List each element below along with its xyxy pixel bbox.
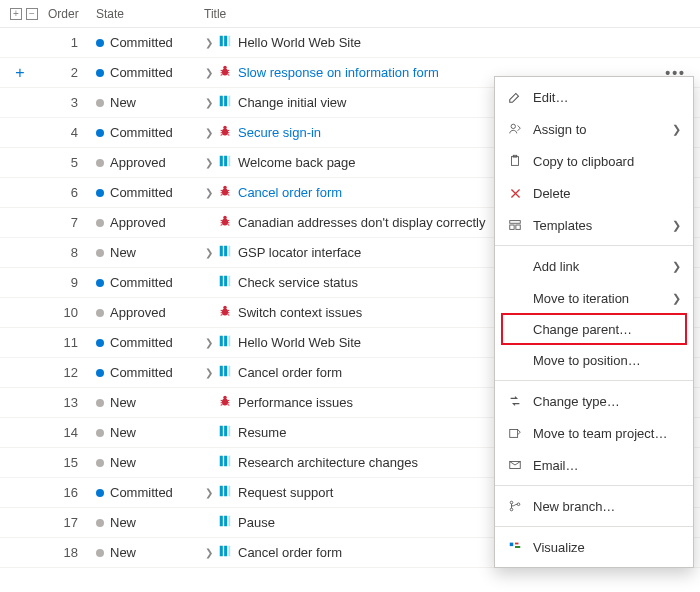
svg-rect-41 — [229, 486, 231, 497]
work-item-type-icon — [218, 154, 238, 171]
svg-point-16 — [223, 216, 227, 220]
work-item-title-link[interactable]: Canadian addresses don't display correct… — [238, 215, 485, 230]
ctx-change-parent[interactable]: Change parent… — [501, 313, 687, 345]
work-item-title-link[interactable]: GSP locator interface — [238, 245, 361, 260]
work-item-title-link[interactable]: Cancel order form — [238, 365, 342, 380]
change-type-icon — [507, 393, 523, 409]
work-item-type-icon — [218, 214, 238, 231]
ctx-label: Assign to — [533, 122, 586, 137]
svg-point-4 — [223, 66, 227, 70]
work-item-title-link[interactable]: Check service status — [238, 275, 358, 290]
row-gutter — [0, 208, 44, 238]
state-dot-icon — [96, 429, 104, 437]
expand-chevron-icon[interactable]: ❯ — [204, 187, 214, 198]
expand-chevron-icon[interactable]: ❯ — [204, 337, 214, 348]
order-cell: 9 — [44, 268, 92, 298]
svg-rect-42 — [220, 516, 223, 527]
ctx-edit[interactable]: Edit… — [495, 81, 693, 113]
ctx-assign-to[interactable]: Assign to ❯ — [495, 113, 693, 145]
work-item-title-link[interactable]: Secure sign-in — [238, 125, 321, 140]
ctx-templates[interactable]: Templates ❯ — [495, 209, 693, 241]
expand-chevron-icon[interactable]: ❯ — [204, 487, 214, 498]
state-cell: New — [92, 508, 200, 538]
state-label: Committed — [110, 65, 173, 80]
ctx-move-iteration[interactable]: Move to iteration ❯ — [495, 282, 693, 314]
ctx-visualize[interactable]: Visualize — [495, 531, 693, 563]
state-dot-icon — [96, 459, 104, 467]
work-item-title-link[interactable]: Slow response on information form — [238, 65, 439, 80]
work-item-title-link[interactable]: Hello World Web Site — [238, 35, 361, 50]
work-item-title-link[interactable]: Resume — [238, 425, 286, 440]
expand-chevron-icon[interactable]: ❯ — [204, 157, 214, 168]
state-dot-icon — [96, 339, 104, 347]
ctx-copy[interactable]: Copy to clipboard — [495, 145, 693, 177]
work-item-title-link[interactable]: Cancel order form — [238, 545, 342, 560]
ctx-change-type[interactable]: Change type… — [495, 385, 693, 417]
ctx-email[interactable]: Email… — [495, 449, 693, 481]
row-gutter — [0, 358, 44, 388]
svg-point-8 — [222, 128, 228, 135]
order-cell: 12 — [44, 358, 92, 388]
ctx-label: Delete — [533, 186, 571, 201]
header-state[interactable]: State — [92, 0, 200, 28]
svg-rect-27 — [229, 336, 231, 347]
header-title[interactable]: Title — [200, 0, 700, 28]
ctx-label: Edit… — [533, 90, 568, 105]
state-cell: Committed — [92, 28, 200, 58]
state-dot-icon — [96, 39, 104, 47]
svg-rect-39 — [220, 486, 223, 497]
order-cell: 14 — [44, 418, 92, 448]
expand-chevron-icon[interactable]: ❯ — [204, 367, 214, 378]
order-cell: 18 — [44, 538, 92, 568]
order-cell: 13 — [44, 388, 92, 418]
ctx-move-position[interactable]: Move to position… — [495, 344, 693, 376]
person-icon — [507, 121, 523, 137]
header-order[interactable]: Order — [44, 0, 92, 28]
state-label: Approved — [110, 215, 166, 230]
order-cell: 7 — [44, 208, 92, 238]
expand-all-icon[interactable]: + — [10, 8, 22, 20]
state-label: Committed — [110, 275, 173, 290]
svg-rect-10 — [220, 156, 223, 167]
expand-chevron-icon[interactable]: ❯ — [204, 247, 214, 258]
expand-chevron-icon[interactable]: ❯ — [204, 547, 214, 558]
work-item-title-link[interactable]: Cancel order form — [238, 185, 342, 200]
mail-icon — [507, 457, 523, 473]
svg-rect-7 — [229, 96, 231, 107]
expand-chevron-icon[interactable]: ❯ — [204, 127, 214, 138]
work-item-type-icon — [218, 64, 238, 81]
ctx-separator — [495, 526, 693, 527]
work-item-title-link[interactable]: Research architecture changes — [238, 455, 418, 470]
state-dot-icon — [96, 519, 104, 527]
add-child-button[interactable]: + — [10, 58, 30, 88]
order-cell: 16 — [44, 478, 92, 508]
row-gutter — [0, 268, 44, 298]
work-item-title-link[interactable]: Change initial view — [238, 95, 346, 110]
work-item-title-link[interactable]: Request support — [238, 485, 333, 500]
expand-chevron-icon[interactable]: ❯ — [204, 97, 214, 108]
svg-rect-0 — [220, 36, 223, 47]
order-cell: 11 — [44, 328, 92, 358]
collapse-all-icon[interactable]: − — [26, 8, 38, 20]
order-cell: 15 — [44, 448, 92, 478]
ctx-separator — [495, 245, 693, 246]
ctx-move-team-project[interactable]: Move to team project… — [495, 417, 693, 449]
state-dot-icon — [96, 279, 104, 287]
expand-chevron-icon[interactable]: ❯ — [204, 67, 214, 78]
ctx-new-branch[interactable]: New branch… — [495, 490, 693, 522]
work-item-title-link[interactable]: Hello World Web Site — [238, 335, 361, 350]
svg-rect-60 — [515, 543, 519, 545]
state-dot-icon — [96, 399, 104, 407]
svg-point-24 — [223, 306, 227, 310]
title-cell[interactable]: ❯Hello World Web Site — [200, 28, 700, 58]
state-label: Approved — [110, 305, 166, 320]
svg-rect-21 — [224, 276, 227, 287]
work-item-title-link[interactable]: Performance issues — [238, 395, 353, 410]
ctx-add-link[interactable]: Add link ❯ — [495, 250, 693, 282]
work-item-title-link[interactable]: Switch context issues — [238, 305, 362, 320]
expand-chevron-icon[interactable]: ❯ — [204, 37, 214, 48]
work-item-title-link[interactable]: Pause — [238, 515, 275, 530]
ctx-delete[interactable]: Delete — [495, 177, 693, 209]
state-label: Committed — [110, 485, 173, 500]
work-item-title-link[interactable]: Welcome back page — [238, 155, 356, 170]
